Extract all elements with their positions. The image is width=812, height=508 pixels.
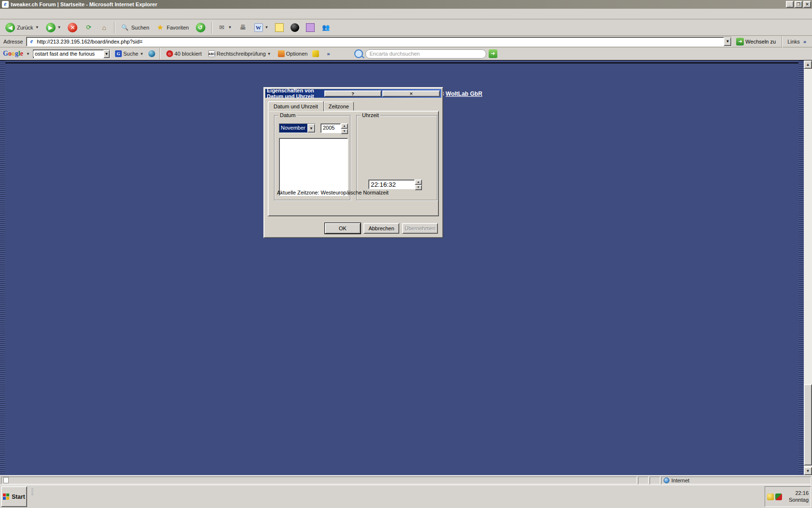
research-button[interactable] xyxy=(304,22,317,33)
ok-button[interactable]: OK xyxy=(325,223,361,234)
encarta-input[interactable]: Encarta durchsuchen xyxy=(365,49,486,59)
address-bar: Adresse e ▼ ➜ Wechseln zu Links » xyxy=(0,36,812,47)
toolbar: ◀ Zurück ▼ ▶ ▼ ✕ ⟳ ⌂ 🔍 Suchen ★ Favorite… xyxy=(0,19,812,36)
cancel-button[interactable]: Abbrechen xyxy=(363,223,399,234)
toolbar-handle[interactable] xyxy=(31,487,33,495)
history-icon: ↺ xyxy=(196,23,205,32)
address-dropdown-icon[interactable]: ▼ xyxy=(724,37,731,46)
quick-launch xyxy=(29,486,763,496)
go-button[interactable]: ➜ Wechseln zu xyxy=(734,37,778,46)
woltlab-link[interactable]: WoltLab GbR xyxy=(446,90,482,97)
forward-button[interactable]: ▶ ▼ xyxy=(44,22,64,33)
windows-flag-icon xyxy=(3,493,10,500)
close-button[interactable]: ✕ xyxy=(803,1,811,8)
toolbar-separator xyxy=(211,22,212,33)
address-input[interactable] xyxy=(37,39,722,45)
mail-icon: ✉ xyxy=(218,23,226,32)
window-title: tweaker.ch Forum | Startseite - Microsof… xyxy=(11,1,785,7)
tab-datum-und-uhrzeit[interactable]: Datum und Uhrzeit xyxy=(268,101,324,111)
status-bar: Internet xyxy=(0,475,812,485)
minimize-button[interactable]: _ xyxy=(786,1,794,8)
encarta-go-icon[interactable]: ➜ xyxy=(489,49,497,58)
google-more-chevron[interactable]: » xyxy=(325,51,332,57)
year-spinner[interactable]: ▲▼ xyxy=(341,123,348,133)
time-spinner[interactable]: ▲▼ xyxy=(415,179,422,189)
stop-icon: ✕ xyxy=(68,23,77,32)
menu-bar xyxy=(0,9,812,19)
google-search-input[interactable] xyxy=(33,51,103,57)
address-combo[interactable]: e ▼ xyxy=(26,37,732,46)
tab-zeitzone[interactable]: Zeitzone xyxy=(324,102,354,111)
google-logo-dropdown-icon[interactable]: ▼ xyxy=(26,52,30,56)
timezone-label: Aktuelle Zeitzone: Westeuropäische Norma… xyxy=(277,190,389,195)
month-dropdown-icon[interactable]: ▼ xyxy=(307,124,315,133)
datetime-dialog: Eigenschaften von Datum und Uhrzeit ? ✕ … xyxy=(263,87,443,238)
dialog-close-icon[interactable]: ✕ xyxy=(382,90,440,97)
month-select[interactable]: November ▼ xyxy=(279,123,316,133)
dialog-title-bar: Eigenschaften von Datum und Uhrzeit ? ✕ xyxy=(265,89,441,98)
search-button[interactable]: 🔍 Suchen xyxy=(118,22,151,33)
history-button[interactable]: ↺ xyxy=(193,22,208,33)
tray-clock[interactable]: 22:16 Sonntag xyxy=(789,490,809,504)
forum-board xyxy=(5,62,798,63)
scroll-down-icon[interactable]: ▼ xyxy=(804,467,812,475)
forward-dropdown-icon[interactable]: ▼ xyxy=(58,25,61,30)
edit-button[interactable]: W▼ xyxy=(252,22,271,33)
print-button[interactable]: 🖶 xyxy=(236,22,250,33)
time-field[interactable] xyxy=(368,179,415,189)
back-dropdown-icon[interactable]: ▼ xyxy=(35,25,39,30)
home-icon: ⌂ xyxy=(100,23,108,32)
scroll-up-icon[interactable]: ▲ xyxy=(804,60,812,69)
options-icon xyxy=(278,50,285,57)
links-menu[interactable]: Links » xyxy=(785,39,810,45)
google-search-dropdown-icon[interactable]: ▼ xyxy=(103,50,110,58)
restore-button[interactable]: ❐ xyxy=(795,1,802,8)
google-logo[interactable]: Google xyxy=(3,50,23,58)
discuss-button[interactable] xyxy=(273,22,286,33)
google-toolbar: Google ▼ ▼ G Suche▼ ⦸ 40 blockiert ABC R… xyxy=(0,47,812,60)
task-buttons xyxy=(29,497,763,507)
popup-blocker-button[interactable]: ⦸ 40 blockiert xyxy=(164,49,203,58)
google-search-button[interactable]: G Suche▼ xyxy=(113,49,145,58)
dialog-tab-page: Datum November ▼ 2005 ▲▼ Uhrzeit ▲▼ Aktu… xyxy=(268,111,439,216)
options-button[interactable]: Optionen xyxy=(276,49,310,58)
status-page-icon xyxy=(3,477,9,483)
page-right-border xyxy=(799,60,804,475)
encarta-search-icon xyxy=(354,49,363,58)
refresh-button[interactable]: ⟳ xyxy=(82,22,95,33)
calendar[interactable] xyxy=(279,138,348,196)
encarta-search: Encarta durchsuchen ➜ xyxy=(354,49,497,59)
year-field[interactable]: 2005 xyxy=(320,123,341,133)
messenger-button[interactable]: 👥 xyxy=(319,22,333,33)
media-button[interactable] xyxy=(288,22,302,33)
web-globe-icon[interactable] xyxy=(148,50,155,57)
back-icon: ◀ xyxy=(5,23,15,32)
tray-app-icon[interactable] xyxy=(775,493,782,500)
start-button[interactable]: Start xyxy=(1,486,27,507)
go-arrow-icon: ➜ xyxy=(736,38,744,45)
search-icon: 🔍 xyxy=(120,23,129,32)
analog-clock xyxy=(369,122,423,178)
apply-button: Übernehmen xyxy=(402,223,438,234)
media-ball-icon xyxy=(290,23,299,32)
highlighter-icon[interactable] xyxy=(312,50,319,57)
forward-icon: ▶ xyxy=(46,23,56,32)
mail-button[interactable]: ✉▼ xyxy=(215,22,234,33)
spellcheck-button[interactable]: ABC Rechtschreibprüfung▼ xyxy=(206,49,273,58)
back-button[interactable]: ◀ Zurück ▼ xyxy=(3,22,42,33)
tray-volume-icon[interactable] xyxy=(767,493,774,500)
taskbar: Start 22:16 Sonntag xyxy=(0,485,812,508)
toolbar-separator xyxy=(114,22,115,33)
date-group: Datum November ▼ 2005 ▲▼ xyxy=(274,115,350,200)
research-icon xyxy=(306,23,315,32)
favorites-button[interactable]: ★ Favoriten xyxy=(154,22,191,33)
address-label: Adresse xyxy=(2,39,24,45)
stop-button[interactable]: ✕ xyxy=(65,22,80,33)
home-button[interactable]: ⌂ xyxy=(97,22,111,33)
dialog-help-icon[interactable]: ? xyxy=(324,90,382,97)
page-left-border xyxy=(0,60,5,475)
google-search-box[interactable]: ▼ xyxy=(33,49,110,59)
scroll-thumb[interactable] xyxy=(804,384,812,465)
dialog-buttons: OK Abbrechen Übernehmen xyxy=(325,223,438,234)
vertical-scrollbar[interactable]: ▲ ▼ xyxy=(804,60,812,475)
